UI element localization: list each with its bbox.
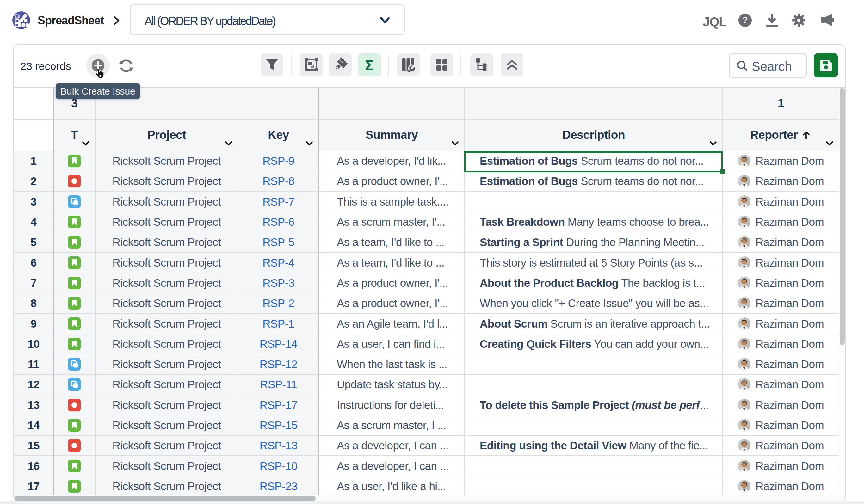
- svg-text:?: ?: [742, 15, 748, 25]
